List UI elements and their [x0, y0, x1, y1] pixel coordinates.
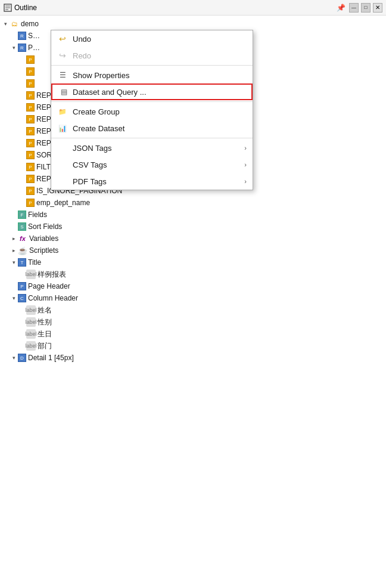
submenu-arrow: › — [244, 161, 247, 168]
submenu-arrow: › — [244, 178, 247, 185]
band-icon: T — [18, 258, 26, 267]
pin-icon[interactable]: 📌 — [337, 4, 345, 12]
folder-icon: 🗂 — [10, 19, 19, 29]
fx-icon: fx — [18, 234, 27, 243]
pdf-icon — [57, 176, 68, 187]
tree-label: Variables — [29, 234, 58, 243]
expand-arrow[interactable] — [10, 295, 18, 301]
menu-label-show-props: Show Properties — [73, 71, 129, 80]
menu-item-show-properties[interactable]: Show Properties — [51, 67, 253, 83]
minimize-button[interactable]: ― — [349, 3, 359, 13]
tree-label: Scriptlets — [29, 246, 58, 255]
field-icon: P — [26, 67, 35, 76]
tree-label: Page Header — [28, 282, 70, 290]
tree-label: Title — [28, 258, 41, 267]
label-icon: label — [26, 341, 36, 351]
tree-label: S… — [28, 32, 40, 40]
separator-1 — [51, 65, 253, 66]
expand-arrow[interactable] — [10, 259, 18, 265]
close-button[interactable]: ✕ — [373, 3, 382, 13]
csv-icon — [57, 159, 68, 170]
tree-label: emp_dept_name — [36, 199, 90, 207]
fields-icon: F — [18, 211, 26, 219]
json-icon — [57, 143, 68, 153]
menu-label-create-dataset: Create Dataset — [73, 124, 124, 133]
tree-label: 性别 — [38, 317, 52, 327]
param-icon: P — [26, 163, 35, 171]
sortfields-icon: S — [18, 222, 26, 231]
label-icon: label — [26, 305, 36, 315]
tree-item-detail1[interactable]: D Detail 1 [45px] — [0, 352, 386, 364]
tree-item-fields[interactable]: F Fields — [0, 209, 386, 221]
tree-item-column-header[interactable]: C Column Header — [0, 292, 386, 304]
tree-item-col-name[interactable]: label 姓名 — [0, 304, 386, 316]
field-icon: P — [26, 79, 35, 88]
tree-item-emp-dept-name[interactable]: P emp_dept_name — [0, 197, 386, 209]
menu-item-json-tags[interactable]: JSON Tags › — [51, 140, 253, 156]
tree-label: Fields — [28, 211, 47, 219]
menu-label-dataset-query: Dataset and Query ... — [73, 88, 147, 97]
tree-item-col-dept[interactable]: label 部门 — [0, 340, 386, 352]
expand-arrow[interactable] — [10, 236, 18, 242]
report-icon: R — [18, 44, 26, 52]
param-icon: P — [26, 139, 35, 147]
tree-item-page-header[interactable]: P Page Header — [0, 280, 386, 292]
tree-item-demo[interactable]: 🗂 demo — [0, 18, 386, 30]
label-icon: label — [26, 270, 36, 279]
band-icon: C — [18, 294, 26, 302]
tree-label: P… — [28, 44, 40, 52]
menu-item-create-group[interactable]: Create Group — [51, 103, 253, 120]
tree-item-sort-fields[interactable]: S Sort Fields — [0, 221, 386, 233]
menu-item-undo[interactable]: Undo — [51, 30, 253, 47]
expand-arrow[interactable] — [1, 21, 10, 27]
tree-item-scriptlets[interactable]: ☕ Scriptlets — [0, 245, 386, 256]
menu-item-pdf-tags[interactable]: PDF Tags › — [51, 173, 253, 190]
tree-label: 部门 — [38, 341, 52, 351]
expand-arrow[interactable] — [10, 355, 18, 361]
context-menu[interactable]: Undo Redo Show Properties Dataset and Qu… — [51, 30, 253, 190]
label-icon: label — [26, 329, 36, 339]
menu-label-create-group: Create Group — [73, 107, 120, 116]
tree-label: Column Header — [28, 294, 78, 302]
expand-arrow[interactable] — [10, 247, 18, 253]
param-icon: P — [26, 115, 35, 123]
title-bar: Outline 📌 ― □ ✕ — [0, 0, 386, 16]
menu-label-csv-tags: CSV Tags — [73, 160, 107, 169]
menu-item-dataset-query[interactable]: Dataset and Query ... — [51, 83, 253, 100]
tree-label: demo — [21, 20, 39, 28]
separator-2 — [51, 101, 253, 102]
band-icon: D — [18, 354, 26, 362]
tree-label: 生日 — [38, 329, 52, 339]
tree-label: 样例报表 — [38, 270, 66, 280]
param-icon: P — [26, 175, 35, 183]
tree-item-col-birthday[interactable]: label 生日 — [0, 328, 386, 340]
script-icon: ☕ — [18, 246, 27, 255]
report-icon: R — [18, 32, 26, 40]
expand-arrow[interactable] — [10, 45, 18, 51]
tree-label: Sort Fields — [28, 222, 62, 231]
props-icon — [57, 70, 68, 81]
createds-icon — [57, 123, 68, 134]
menu-item-csv-tags[interactable]: CSV Tags › — [51, 156, 253, 173]
menu-label-redo: Redo — [73, 51, 91, 60]
menu-item-redo[interactable]: Redo — [51, 47, 253, 64]
menu-label-undo: Undo — [73, 35, 91, 44]
tree-item-sample-label[interactable]: label 样例报表 — [0, 268, 386, 280]
param-icon: P — [26, 187, 35, 195]
maximize-button[interactable]: □ — [361, 3, 371, 13]
menu-item-create-dataset[interactable]: Create Dataset — [51, 120, 253, 137]
tree-label: 姓名 — [38, 305, 52, 315]
main-panel: Outline 📌 ― □ ✕ 🗂 demo R S… R P… — [0, 0, 386, 588]
tree-item-col-gender[interactable]: label 性别 — [0, 316, 386, 328]
label-icon: label — [26, 317, 36, 327]
tree-item-title[interactable]: T Title — [0, 256, 386, 268]
param-icon: P — [26, 199, 35, 207]
param-icon: P — [26, 127, 35, 135]
param-icon: P — [26, 103, 35, 112]
redo-icon — [57, 50, 68, 61]
tree-item-variables[interactable]: fx Variables — [0, 233, 386, 245]
group-icon — [57, 106, 68, 117]
separator-3 — [51, 138, 253, 138]
band-icon: P — [18, 282, 26, 290]
undo-icon — [57, 33, 68, 44]
